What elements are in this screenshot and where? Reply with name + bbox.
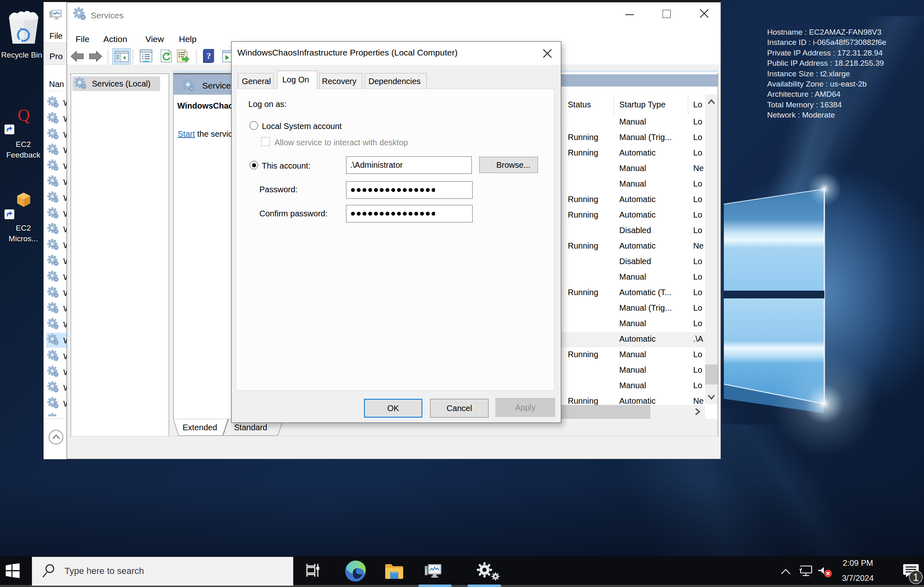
svg-text:?: ? (207, 51, 211, 61)
svg-text:Standard: Standard (234, 423, 267, 432)
svg-text:Extended: Extended (183, 423, 217, 432)
svg-text:1: 1 (913, 571, 919, 583)
